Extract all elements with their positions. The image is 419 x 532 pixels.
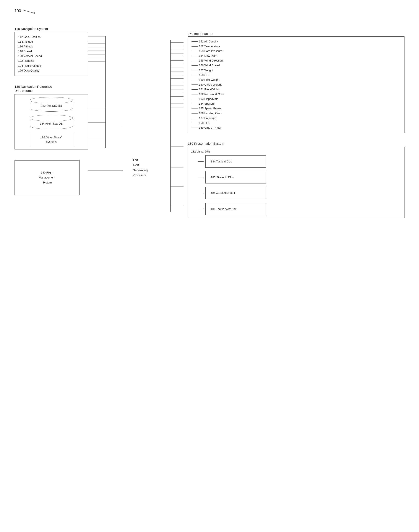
pres-row-188: 188 Tactile Alert Unit — [197, 203, 401, 215]
input-158: 158 CG — [192, 73, 401, 78]
input-169: 169 Cmd'd Thrust — [192, 125, 401, 130]
input-165: 165 Speed Brake — [192, 106, 401, 111]
right-column: 150 Input Factors 151 Air Density 152 Te… — [183, 32, 405, 218]
nav-item-126: 126 Data Quality — [18, 68, 84, 73]
connector-svg-left — [88, 32, 123, 218]
visual-dus-label: 182 Visual DUs — [191, 150, 401, 153]
connector-svg-right — [157, 32, 183, 218]
input-167: 167 Engine(s) — [192, 116, 401, 121]
nav-item-124: 124 Radio Altitude — [18, 64, 84, 68]
figure-label: 100 — [14, 9, 405, 14]
nav-item-116: 116 Attitude — [18, 44, 84, 49]
input-156: 156 Wind Speed — [192, 63, 401, 68]
figure-number: 100 — [14, 9, 21, 13]
input-160: 160 Cargo Weight — [192, 82, 401, 87]
input-163: 163 Flaps/Slats — [192, 97, 401, 101]
input-153: 153 Baro Pressure — [192, 49, 401, 53]
left-column: 112 Geo. Position 114 Altitude 116 Attit… — [14, 32, 88, 195]
pres-box-185: 185 Strategic DUs — [205, 171, 266, 183]
input-166: 166 Landing Gear — [192, 111, 401, 116]
pres-box-188: 188 Tactile Alert Unit — [205, 203, 266, 215]
other-systems-box: 136 Other Aircraft Systems — [30, 133, 73, 146]
nav-system-label: 110 Navigation System — [14, 27, 405, 31]
left-connectors — [88, 32, 123, 218]
pres-connector-185 — [197, 177, 204, 178]
presentation-box: 182 Visual DUs 184 Tactical DUs — [188, 147, 405, 218]
nav-item-122: 122 Heading — [18, 58, 84, 63]
input-159: 159 Fuel Weight — [192, 78, 401, 82]
pres-connector-186 — [197, 193, 204, 194]
fms-box: 140 Flight Management System — [14, 160, 79, 195]
pres-row-186: 186 Aural Alert Unit — [197, 187, 401, 199]
presentation-section: 180 Presentation System 182 Visual DUs 1… — [188, 142, 405, 218]
input-factors-label: 150 Input Factors — [188, 32, 405, 36]
svg-marker-1 — [34, 12, 35, 14]
nav-item-112: 112 Geo. Position — [18, 35, 84, 39]
flight-db-top — [30, 115, 73, 121]
pres-connector-188 — [197, 209, 204, 209]
input-factors-section: 150 Input Factors 151 Air Density 152 Te… — [188, 32, 405, 133]
pres-row-185: 185 Strategic DUs — [197, 171, 401, 183]
pres-box-186: 186 Aural Alert Unit — [205, 187, 266, 199]
flight-db-wrapper: 134 Flight Nav DB — [30, 115, 73, 130]
input-155: 155 Wind Direction — [192, 58, 401, 63]
taxi-db-top — [30, 97, 73, 104]
taxi-db-body: 132 Taxi Nav DB — [30, 103, 73, 112]
figure-arrow — [23, 9, 36, 14]
svg-line-0 — [23, 10, 34, 13]
input-161: 161 Pax Weight — [192, 87, 401, 92]
nav-ref-label: 130 Navigation ReferenceData Source — [14, 84, 88, 93]
input-168: 168 TLA — [192, 121, 401, 125]
presentation-label: 180 Presentation System — [188, 142, 405, 145]
middle-column: 170 Alert Generating Processor — [123, 32, 157, 178]
input-factors-box: 151 Air Density 152 Temperature 153 Baro… — [188, 36, 405, 133]
presentation-items: 184 Tactical DUs 185 Strategic DUs — [191, 155, 401, 215]
fms-section: 140 Flight Management System — [14, 160, 88, 195]
input-164: 164 Spoilers — [192, 101, 401, 106]
taxi-db-wrapper: 132 Taxi Nav DB — [30, 97, 73, 112]
input-151: 151 Air Density — [192, 39, 401, 44]
pres-connector-184 — [197, 161, 204, 162]
flight-db-body: 134 Flight Nav DB — [30, 121, 73, 129]
nav-ref-box: 132 Taxi Nav DB 134 Flight Nav DB — [14, 94, 88, 149]
nav-item-118: 118 Speed — [18, 49, 84, 54]
pres-row-184: 184 Tactical DUs — [197, 155, 401, 168]
nav-ref-section: 130 Navigation ReferenceData Source 132 … — [14, 84, 88, 149]
input-152: 152 Temperature — [192, 44, 401, 49]
input-162: 162 No. Pax & Crew — [192, 92, 401, 97]
processor-label: 170 Alert Generating Processor — [132, 157, 147, 178]
nav-system-box: 112 Geo. Position 114 Altitude 116 Attit… — [14, 32, 88, 76]
right-connectors — [157, 32, 183, 218]
nav-item-120: 120 Vertical Speed — [18, 54, 84, 58]
input-157: 157 Weight — [192, 68, 401, 73]
pres-box-184: 184 Tactical DUs — [205, 155, 266, 168]
nav-item-114: 114 Altitude — [18, 39, 84, 44]
input-154: 154 Dew Point — [192, 53, 401, 58]
